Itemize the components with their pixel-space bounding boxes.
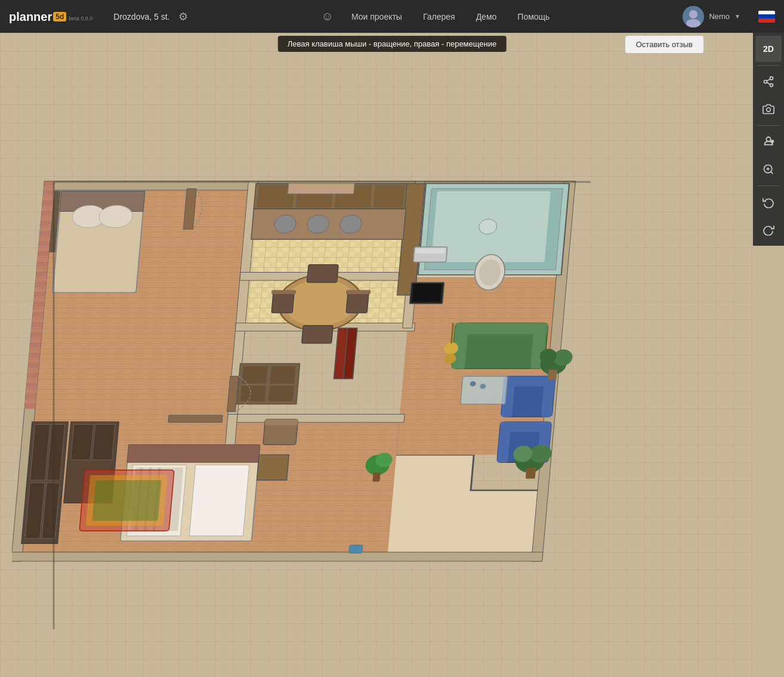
user-area[interactable]: Nemo ▼ [674,6,749,27]
floorplan-svg[interactable] [12,57,668,641]
toolbar-divider-1 [758,65,779,66]
svg-line-7 [767,79,770,81]
svg-point-3 [770,77,773,80]
logo-5d-badge: 5d [53,12,66,21]
svg-rect-126 [189,465,249,536]
smiley-icon[interactable]: ☺ [312,10,342,23]
svg-rect-63 [374,185,405,207]
svg-rect-97 [461,376,508,404]
user-avatar [683,6,704,27]
mouse-tooltip: Левая клавиша мыши - вращение, правая - … [278,36,507,52]
redo-button[interactable] [755,217,782,243]
svg-rect-110 [526,468,536,479]
user-name: Nemo [709,12,730,21]
canvas-area[interactable] [0,33,753,677]
svg-point-10 [771,140,774,143]
svg-rect-39 [12,552,543,561]
svg-rect-142 [349,545,363,554]
svg-rect-136 [265,419,298,425]
logo-text: planner [9,11,52,23]
svg-rect-122 [92,425,115,460]
toolbar-divider-3 [758,186,779,186]
svg-rect-81 [240,385,266,401]
settings-icon[interactable]: ⚙ [169,10,197,23]
header-center: ☺ Мои проекты Галерея Демо Помощь [197,7,674,26]
svg-rect-131 [257,455,289,481]
svg-rect-112 [416,249,446,254]
svg-rect-45 [237,415,405,423]
svg-point-9 [766,137,770,141]
svg-rect-73 [346,293,369,313]
svg-rect-140 [372,472,380,481]
svg-rect-80 [270,366,297,384]
nav-demo[interactable]: Демо [467,7,506,26]
svg-line-6 [767,82,770,84]
nav-my-projects[interactable]: Мои проекты [342,7,411,26]
undo-button[interactable] [755,189,782,215]
svg-rect-137 [168,415,223,422]
logo-beta: beta 0.8.0 [69,16,92,21]
svg-point-4 [764,81,767,84]
svg-rect-47 [60,191,145,212]
svg-rect-72 [271,293,294,313]
nav-gallery[interactable]: Галерея [414,7,464,26]
share-button[interactable] [755,69,782,95]
svg-rect-124 [127,445,260,463]
svg-rect-79 [242,366,268,384]
svg-rect-69 [288,184,354,194]
user-dropdown-arrow-icon: ▼ [734,13,740,20]
svg-rect-121 [70,425,93,460]
svg-rect-82 [268,385,294,401]
toolbar-divider-2 [758,125,779,126]
svg-rect-76 [271,290,297,294]
svg-rect-106 [548,370,557,380]
svg-rect-77 [346,290,371,294]
right-toolbar: 2D [753,33,784,246]
logo-area: planner 5d beta 0.8.0 [0,11,101,23]
svg-rect-74 [307,265,339,283]
zoom-button[interactable] [755,156,782,183]
svg-point-1 [689,10,697,18]
person-view-button[interactable] [755,129,782,155]
svg-point-5 [770,84,773,86]
language-flag[interactable] [758,11,775,23]
nav-links: Мои проекты Галерея Демо Помощь [342,7,558,26]
camera-button[interactable] [755,96,782,122]
view-2d-button[interactable]: 2D [755,36,782,62]
feedback-button[interactable]: Оставить отзыв [625,36,703,53]
svg-rect-134 [92,480,162,521]
project-name: Drozdova, 5 st. [101,12,169,21]
svg-line-13 [771,172,773,174]
svg-point-8 [767,108,771,112]
header: planner 5d beta 0.8.0 Drozdova, 5 st. ⚙ … [0,0,784,33]
svg-rect-75 [302,326,334,344]
svg-rect-114 [412,284,442,302]
nav-help[interactable]: Помощь [508,7,558,26]
